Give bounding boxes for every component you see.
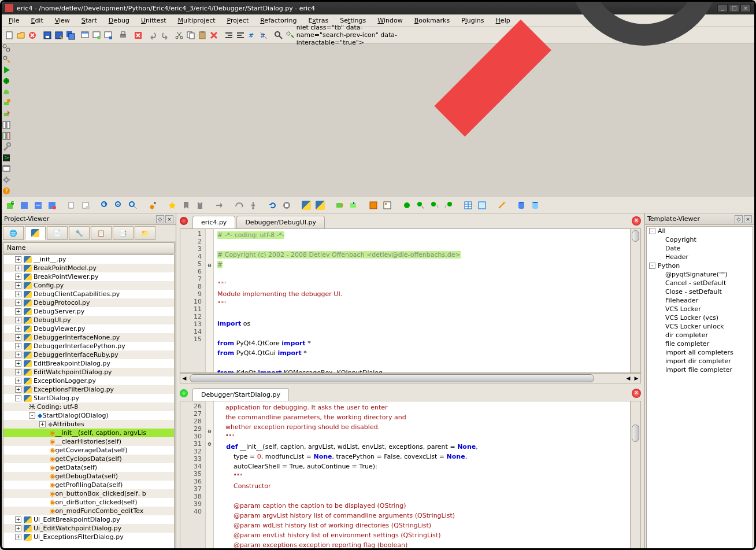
search-icon[interactable] (273, 29, 284, 42)
panel-close-icon[interactable]: × (165, 215, 173, 223)
panel-close-icon[interactable]: × (744, 215, 752, 223)
close-file-icon[interactable] (27, 29, 38, 42)
template-group[interactable]: - All (647, 227, 753, 235)
editor1-close-icon[interactable]: × (632, 216, 641, 226)
bookmark-prev-icon[interactable] (194, 199, 206, 212)
editor1-code[interactable]: # -*- coding: utf-8 -*- # Copyright (c) … (214, 229, 630, 372)
project-file[interactable]: +DebugUI.py (3, 316, 174, 324)
vcs-remove-icon[interactable] (46, 199, 58, 212)
delete-icon[interactable] (209, 29, 219, 42)
template-item[interactable]: dir completer (647, 331, 753, 339)
new-icon[interactable] (4, 29, 14, 42)
project-tree-item[interactable]: 米 Coding: utf-8 (3, 403, 174, 411)
template-item[interactable]: import file completer (647, 366, 753, 374)
breakpoint-edit-icon[interactable] (414, 199, 427, 212)
project-file[interactable]: +__init__.py (3, 255, 174, 264)
save-all-icon[interactable] (65, 29, 76, 42)
open-icon[interactable] (16, 29, 26, 42)
breakpoint-icon[interactable] (401, 199, 413, 212)
template-item[interactable]: Fileheader (647, 296, 753, 305)
project-method[interactable]: ◉ getProfilingData(self) (3, 481, 174, 489)
panel-undock-icon[interactable]: ◇ (156, 215, 164, 223)
wand-icon[interactable] (495, 199, 508, 212)
project-method[interactable]: ◉ getDebugData(self) (3, 472, 174, 481)
project-file[interactable]: +Ui_ExceptionsFilterDialog.py (3, 533, 174, 541)
project-tree-item[interactable]: -◆ StartDialog(QDialog) (3, 411, 174, 420)
pv-tab-forms[interactable]: 📄 (47, 226, 68, 240)
template-item[interactable]: @pyqtSignature("") (647, 270, 753, 279)
vcs-update-icon[interactable] (347, 199, 360, 212)
vcs-add-icon[interactable]: + (4, 199, 17, 212)
template-tree[interactable]: - AllCopyrightDateHeader- Python@pyqtSig… (646, 226, 753, 550)
template-group[interactable]: - Python (647, 261, 753, 270)
project-file[interactable]: -StartDialog.py (3, 394, 174, 403)
menu-refactoring[interactable]: Refactoring (255, 16, 301, 25)
template-item[interactable]: Date (647, 244, 753, 253)
menu-debug[interactable]: Debug (104, 16, 134, 25)
project-file[interactable]: +DebuggerInterfaceNone.py (3, 333, 174, 342)
project-tree-item[interactable]: +◆ Attributes (3, 420, 174, 429)
pv-tab-interfaces[interactable]: 📑 (113, 226, 134, 240)
project-file[interactable]: +DebugViewer.py (3, 324, 174, 333)
project-method[interactable]: ◉ getData(self) (3, 463, 174, 472)
editor1-tab-0[interactable]: eric4.py (192, 216, 235, 228)
indent-icon[interactable] (224, 29, 234, 42)
project-file[interactable]: +ExceptionsFilterDialog.py (3, 385, 174, 394)
pv-tab-sources[interactable] (25, 226, 46, 240)
open-window-icon[interactable] (91, 29, 102, 42)
cut-icon[interactable] (174, 29, 184, 42)
template-item[interactable]: VCS Locker unlock (647, 322, 753, 331)
project-file[interactable]: +ExceptionLogger.py (3, 376, 174, 385)
menu-unittest[interactable]: Unittest (136, 16, 171, 25)
project-file[interactable]: +BreakPointViewer.py (3, 272, 174, 281)
db-icon[interactable] (515, 199, 528, 212)
project-method[interactable]: ◉ on_modFuncCombo_editTex (3, 507, 174, 515)
redo-icon[interactable] (160, 29, 170, 42)
project-file[interactable]: +DebuggerInterfacePython.py (3, 342, 174, 350)
pv-tab-globe[interactable]: 🌐 (3, 226, 24, 240)
editor1[interactable]: 123456789101112131415 ⊖ # -*- coding: ut… (180, 228, 641, 373)
project-file[interactable]: +Ui_EditBreakpointDialog.py (3, 515, 174, 524)
menu-edit[interactable]: Edit (26, 16, 47, 25)
editor2-vscroll[interactable] (630, 401, 640, 548)
project-method[interactable]: ◉ on_buttonBox_clicked(self, b (3, 489, 174, 498)
menu-view[interactable]: View (50, 16, 75, 25)
form-icon[interactable] (367, 199, 380, 212)
save-as-icon[interactable] (54, 29, 64, 42)
copy-icon[interactable] (186, 29, 196, 42)
template-item[interactable]: VCS Locker (647, 305, 753, 313)
project-method[interactable]: ◉ __init__(self, caption, argvLis (3, 429, 174, 437)
project-file[interactable]: +DebugProtocol.py (3, 298, 174, 307)
menu-file[interactable]: File (4, 16, 24, 25)
python-run-icon[interactable] (314, 199, 327, 212)
project-file[interactable]: +EditBreakpointDialog.py (3, 359, 174, 368)
menu-start[interactable]: Start (77, 16, 102, 25)
paste2-icon[interactable] (79, 199, 92, 212)
project-method[interactable]: ◉ __clearHistories(self) (3, 437, 174, 446)
unindent-icon[interactable] (235, 29, 246, 42)
editor2-close-icon[interactable]: × (632, 389, 641, 398)
python-icon[interactable] (300, 199, 313, 212)
template-item[interactable]: Copyright (647, 235, 753, 244)
project-file[interactable]: +DebuggerInterfaceRuby.py (3, 350, 174, 359)
editor1-vscroll[interactable] (630, 229, 640, 372)
table-icon[interactable] (462, 199, 475, 212)
edit-icon[interactable] (146, 199, 159, 212)
editor2-code[interactable]: application for debugging. It asks the u… (214, 401, 630, 548)
save-icon[interactable] (42, 29, 53, 42)
db2-icon[interactable] (529, 199, 542, 212)
close-project-icon[interactable] (133, 29, 143, 42)
undo-icon[interactable] (148, 29, 158, 42)
uncomment-icon[interactable]: # (258, 29, 269, 42)
template-item[interactable]: file completer (647, 339, 753, 348)
template-item[interactable]: import dir completer (647, 357, 753, 366)
project-tree-header[interactable]: Name (3, 242, 175, 253)
pv-tab-others[interactable]: 📁 (135, 226, 155, 240)
zoom-in-icon[interactable]: + (99, 199, 112, 212)
template-item[interactable]: Cancel - setDefault (647, 279, 753, 287)
breakpoint-next-icon[interactable] (428, 199, 441, 212)
zoom-reset-icon[interactable] (127, 199, 139, 212)
restart-icon[interactable] (266, 199, 279, 212)
editor1-fold-column[interactable]: ⊖ (206, 229, 214, 372)
step-into-icon[interactable] (247, 199, 260, 212)
